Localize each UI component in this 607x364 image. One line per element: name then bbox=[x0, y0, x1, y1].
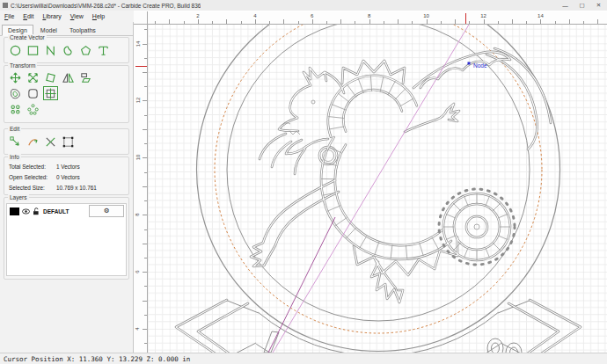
info-total-selected: Total Selected:1 Vectors bbox=[4, 161, 128, 171]
maximize-button[interactable]: ▢ bbox=[574, 2, 590, 9]
polyline-icon bbox=[44, 44, 57, 57]
ruler-tick bbox=[198, 19, 199, 24]
menu-view[interactable]: View bbox=[66, 13, 88, 19]
ruler-tick bbox=[144, 286, 148, 287]
close-button[interactable]: ✕ bbox=[590, 2, 607, 9]
unlock-icon[interactable] bbox=[33, 207, 40, 215]
menu-file[interactable]: File bbox=[0, 13, 18, 19]
center-tool-button[interactable] bbox=[43, 86, 58, 100]
ruler-tick bbox=[597, 19, 598, 24]
join-vectors-tool-button[interactable] bbox=[26, 135, 40, 149]
ruler-tick bbox=[143, 44, 147, 45]
ruler-tick bbox=[512, 19, 513, 24]
layers-title: Layers bbox=[8, 194, 29, 201]
ruler-tick bbox=[143, 100, 147, 101]
ruler-corner bbox=[134, 11, 148, 25]
circle-tool-button[interactable] bbox=[8, 43, 23, 57]
info-value: 1 Vectors bbox=[56, 164, 80, 170]
ruler-tick bbox=[484, 19, 485, 24]
rotate-tool-button[interactable] bbox=[43, 70, 58, 84]
mirror-tool-button[interactable] bbox=[61, 70, 76, 84]
design-side-panel: Design Model Toolpaths Create Vector Tra… bbox=[0, 22, 134, 353]
ruler-label: 14 bbox=[538, 13, 544, 18]
linear-array-icon bbox=[9, 103, 22, 116]
menu-library[interactable]: Library bbox=[38, 13, 65, 19]
eye-icon[interactable] bbox=[22, 207, 30, 215]
ruler-tick bbox=[143, 244, 147, 244]
ruler-tick bbox=[583, 21, 584, 25]
circular-array-icon bbox=[26, 103, 40, 116]
info-label: Open Selected: bbox=[9, 172, 56, 182]
ruler-tick bbox=[384, 21, 384, 25]
ruler-tick bbox=[144, 86, 148, 87]
fillet-tool-button[interactable] bbox=[26, 86, 40, 100]
menu-edit[interactable]: Edit bbox=[18, 13, 38, 19]
polygon-tool-button[interactable] bbox=[78, 43, 93, 57]
ruler-label: 10 bbox=[135, 155, 141, 161]
curve-tool-button[interactable] bbox=[61, 43, 76, 57]
text-tool-button[interactable] bbox=[96, 43, 111, 57]
ruler-label: 10 bbox=[423, 13, 429, 18]
info-label: Selected Size: bbox=[9, 183, 56, 193]
offset-tool-button[interactable] bbox=[8, 86, 23, 100]
node-marker[interactable] bbox=[468, 62, 471, 65]
ruler-tick bbox=[143, 129, 147, 130]
ruler-tick bbox=[469, 21, 470, 25]
ruler-tick bbox=[144, 315, 148, 316]
layer-row-default[interactable]: DEFAULT ⚙ bbox=[7, 204, 126, 217]
menu-help[interactable]: Help bbox=[88, 13, 109, 19]
node-edit-tool-button[interactable] bbox=[8, 135, 23, 149]
transform-title: Transform bbox=[8, 62, 37, 69]
offset-icon bbox=[9, 87, 22, 100]
layer-settings-button[interactable]: ⚙ bbox=[89, 205, 124, 217]
ruler-tick bbox=[269, 21, 270, 25]
layer-color-swatch[interactable] bbox=[10, 207, 19, 215]
ruler-tick bbox=[312, 19, 313, 24]
ruler-tick bbox=[498, 21, 499, 25]
ruler-tick bbox=[143, 215, 147, 215]
rectangle-tool-button[interactable] bbox=[26, 43, 40, 57]
ruler-label: 8 bbox=[368, 13, 370, 18]
info-open-selected: Open Selected:0 Vectors bbox=[4, 171, 128, 182]
ruler-tick bbox=[298, 21, 299, 25]
ruler-tick bbox=[143, 272, 147, 273]
minimize-button[interactable]: — bbox=[557, 3, 574, 9]
ruler-tick bbox=[144, 29, 148, 30]
circular-array-tool-button[interactable] bbox=[26, 102, 40, 116]
scale-tool-button[interactable] bbox=[26, 70, 40, 84]
ruler-vertical: 141210864 bbox=[134, 25, 148, 353]
circle-icon bbox=[9, 44, 22, 57]
edit-group: Edit bbox=[4, 128, 129, 155]
ruler-tick bbox=[455, 19, 456, 24]
polygon-icon bbox=[79, 44, 92, 57]
shear-tool-button[interactable] bbox=[78, 70, 93, 84]
transform-group: Transform bbox=[4, 65, 129, 123]
ruler-label: 12 bbox=[135, 98, 141, 104]
rectangle-icon bbox=[26, 44, 40, 57]
text-icon bbox=[97, 44, 110, 57]
ruler-tick bbox=[143, 186, 147, 187]
tab-toolpaths[interactable]: Toolpaths bbox=[64, 25, 101, 35]
title-bar: C:\Users\willia\Downloads\VMM-268.c2d* -… bbox=[0, 0, 607, 11]
app-icon bbox=[3, 3, 8, 8]
node-label: Node bbox=[473, 62, 487, 69]
ruler-tick bbox=[283, 19, 284, 24]
ruler-tick bbox=[241, 21, 242, 25]
ruler-tick bbox=[226, 19, 227, 24]
ruler-tick bbox=[355, 21, 355, 25]
move-icon bbox=[9, 71, 22, 84]
cursor-marker-x bbox=[465, 13, 467, 24]
fillet-icon bbox=[26, 87, 40, 100]
boolean-tool-button[interactable] bbox=[61, 135, 76, 149]
polyline-tool-button[interactable] bbox=[43, 43, 58, 57]
ruler-tick bbox=[144, 143, 148, 144]
design-canvas[interactable]: Node bbox=[148, 25, 607, 353]
ruler-tick bbox=[155, 21, 156, 25]
ruler-tick bbox=[526, 21, 527, 25]
move-tool-button[interactable] bbox=[8, 70, 23, 84]
linear-array-tool-button[interactable] bbox=[8, 102, 23, 116]
create-vector-group: Create Vector bbox=[4, 37, 129, 63]
layers-list: DEFAULT ⚙ bbox=[6, 203, 127, 276]
mirror-icon bbox=[62, 71, 75, 84]
trim-vectors-tool-button[interactable] bbox=[43, 135, 58, 149]
